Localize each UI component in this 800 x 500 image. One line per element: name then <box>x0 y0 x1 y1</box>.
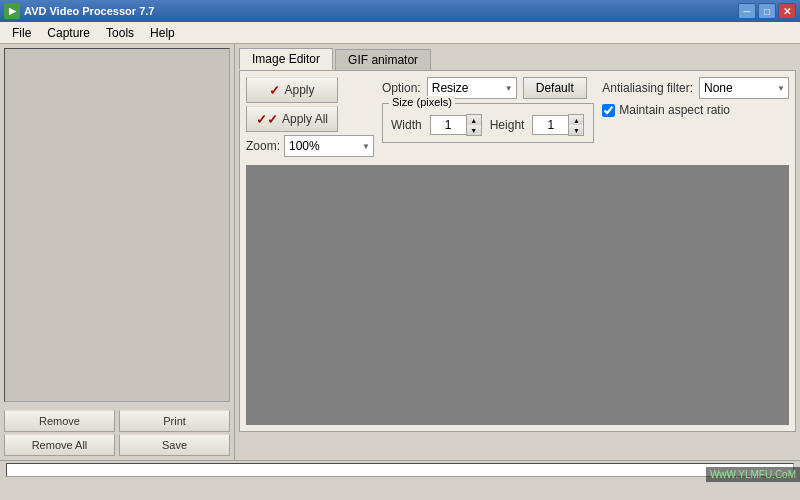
antialiasing-label: Antialiasing filter: <box>602 81 693 95</box>
apply-all-button[interactable]: ✓✓ Apply All <box>246 106 338 132</box>
tabs: Image Editor GIF animator <box>239 48 796 70</box>
zoom-row: Zoom: 50% 75% 100% 125% 150% 200% <box>246 135 374 157</box>
apply-checkmark: ✓ <box>269 83 280 98</box>
maintain-aspect-row: Maintain aspect ratio <box>602 103 789 117</box>
height-spin-buttons: ▲ ▼ <box>568 114 584 136</box>
default-button[interactable]: Default <box>523 77 587 99</box>
remove-all-button[interactable]: Remove All <box>4 434 115 456</box>
maintain-aspect-checkbox[interactable] <box>602 104 615 117</box>
size-group-label: Size (pixels) <box>389 96 455 108</box>
print-button[interactable]: Print <box>119 410 230 432</box>
width-input[interactable] <box>430 115 466 135</box>
left-buttons: Remove Print Remove All Save <box>0 406 234 460</box>
window-controls: ─ □ ✕ <box>738 3 796 19</box>
menu-capture[interactable]: Capture <box>39 24 98 42</box>
left-buttons-row1: Remove Print <box>4 410 230 432</box>
width-up-button[interactable]: ▲ <box>467 115 481 125</box>
width-label: Width <box>391 118 422 132</box>
app-icon: ▶ <box>4 3 20 19</box>
minimize-button[interactable]: ─ <box>738 3 756 19</box>
width-down-button[interactable]: ▼ <box>467 125 481 135</box>
apply-label: Apply <box>284 83 314 97</box>
maximize-button[interactable]: □ <box>758 3 776 19</box>
tab-image-editor[interactable]: Image Editor <box>239 48 333 70</box>
option-label: Option: <box>382 81 421 95</box>
preview-area <box>246 165 789 425</box>
height-label: Height <box>490 118 525 132</box>
tab-gif-animator[interactable]: GIF animator <box>335 49 431 70</box>
file-list <box>4 48 230 402</box>
zoom-label: Zoom: <box>246 139 280 153</box>
remove-button[interactable]: Remove <box>4 410 115 432</box>
maintain-aspect-label: Maintain aspect ratio <box>619 103 730 117</box>
left-panel: Remove Print Remove All Save <box>0 44 235 460</box>
apply-button[interactable]: ✓ Apply <box>246 77 338 103</box>
antialiasing-select-wrapper: None Light Strong <box>699 77 789 99</box>
width-spin-buttons: ▲ ▼ <box>466 114 482 136</box>
menu-help[interactable]: Help <box>142 24 183 42</box>
height-down-button[interactable]: ▼ <box>569 125 583 135</box>
height-up-button[interactable]: ▲ <box>569 115 583 125</box>
antialiasing-select[interactable]: None Light Strong <box>699 77 789 99</box>
apply-all-label: Apply All <box>282 112 328 126</box>
height-input-group: ▲ ▼ <box>532 114 584 136</box>
main-container: Remove Print Remove All Save Image Edito… <box>0 44 800 460</box>
zoom-select-wrapper: 50% 75% 100% 125% 150% 200% <box>284 135 374 157</box>
status-bar <box>0 460 800 478</box>
left-buttons-row2: Remove All Save <box>4 434 230 456</box>
height-input[interactable] <box>532 115 568 135</box>
status-field <box>6 463 794 477</box>
title-bar: ▶ AVD Video Processor 7.7 ─ □ ✕ <box>0 0 800 22</box>
apply-all-checkmark: ✓✓ <box>256 112 278 127</box>
close-button[interactable]: ✕ <box>778 3 796 19</box>
tab-content: ✓ Apply ✓✓ Apply All Zoom: 50% 75% <box>239 70 796 432</box>
width-input-group: ▲ ▼ <box>430 114 482 136</box>
menu-tools[interactable]: Tools <box>98 24 142 42</box>
menu-file[interactable]: File <box>4 24 39 42</box>
zoom-select[interactable]: 50% 75% 100% 125% 150% 200% <box>284 135 374 157</box>
filter-row: Antialiasing filter: None Light Strong <box>602 77 789 99</box>
right-panel: Image Editor GIF animator ✓ Apply ✓✓ App… <box>235 44 800 460</box>
save-button[interactable]: Save <box>119 434 230 456</box>
app-title: AVD Video Processor 7.7 <box>24 5 738 17</box>
menu-bar: File Capture Tools Help <box>0 22 800 44</box>
